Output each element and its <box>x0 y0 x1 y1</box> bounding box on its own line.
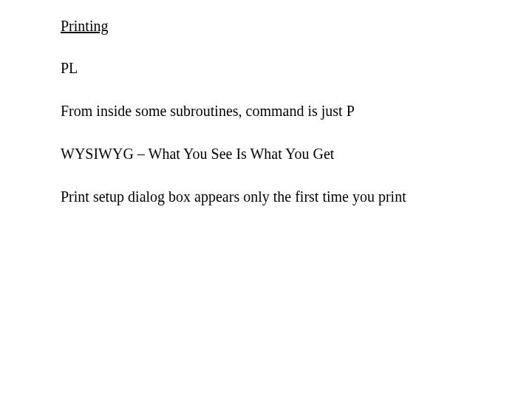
body-line-4: Print setup dialog box appears only the … <box>61 187 502 206</box>
body-line-2: From inside some subroutines, command is… <box>61 101 502 120</box>
body-line-3: WYSIWYG – What You See Is What You Get <box>61 144 502 163</box>
body-line-1: PL <box>61 58 502 78</box>
section-heading: Printing <box>61 18 502 35</box>
